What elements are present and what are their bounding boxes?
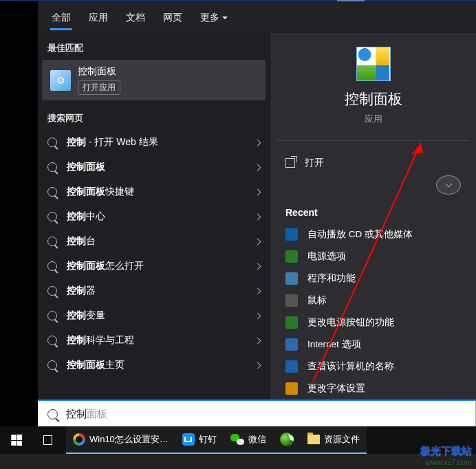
- search-icon: [47, 311, 57, 320]
- web-suggestion-8[interactable]: 控制科学与工程: [38, 328, 270, 353]
- web-suggestions: 控制 - 打开 Web 结果控制面板控制面板快捷键控制中心控制台控制面板怎么打开…: [38, 130, 270, 378]
- task-view-icon: [43, 435, 56, 445]
- recent-item-label: 程序和功能: [307, 272, 356, 285]
- chevron-right-icon: [255, 213, 261, 220]
- search-tabs: 全部 应用 文档 网页 更多: [38, 1, 476, 33]
- recent-item-4[interactable]: 更改电源按钮的功能: [270, 312, 476, 334]
- tab-apps[interactable]: 应用: [80, 5, 116, 30]
- suggestion-text: 控制台: [67, 235, 96, 248]
- open-label: 打开: [305, 157, 324, 169]
- search-icon: [47, 261, 57, 271]
- control-panel-large-icon: [356, 47, 391, 81]
- bottom-filler: [0, 454, 476, 469]
- open-action[interactable]: 打开: [285, 149, 461, 177]
- dingtalk-icon: [182, 433, 195, 446]
- search-icon: [47, 162, 57, 172]
- web-suggestion-3[interactable]: 控制中心: [38, 204, 270, 229]
- chevron-right-icon: [255, 263, 261, 270]
- web-suggestion-6[interactable]: 控制器: [38, 279, 270, 303]
- search-icon: [47, 237, 57, 246]
- suggestion-text: 控制变量: [67, 309, 105, 322]
- recent-item-0[interactable]: 自动播放 CD 或其他媒体: [270, 223, 476, 246]
- chevron-right-icon: [255, 312, 261, 319]
- taskbar-app-wechat[interactable]: 微信: [224, 426, 273, 454]
- search-icon: [47, 187, 57, 197]
- expand-button[interactable]: [436, 175, 461, 195]
- details-pane: 控制面板 应用 打开 Recent 自动播放 CD 或其他媒体电源选项程序和功能…: [270, 33, 476, 400]
- web-suggestion-5[interactable]: 控制面板怎么打开: [38, 254, 270, 279]
- suggestion-text: 控制面板快捷键: [67, 186, 134, 198]
- caret-down-icon: [222, 17, 228, 19]
- taskbar-app-folder[interactable]: 资源文件: [301, 426, 367, 454]
- taskbar-app-dingtalk-label: 钉钉: [199, 433, 217, 446]
- taskbar-app-wechat-label: 微信: [248, 433, 266, 446]
- left-gutter: [0, 1, 38, 426]
- recent-item-7[interactable]: 更改字体设置: [270, 378, 476, 400]
- chevron-down-icon: [445, 181, 452, 188]
- recent-item-label: 自动播放 CD 或其他媒体: [307, 228, 413, 241]
- chevron-right-icon: [255, 287, 261, 294]
- suggestion-text: 控制器: [67, 285, 96, 297]
- taskbar-app-chrome[interactable]: Win10怎么设置安…: [66, 426, 175, 454]
- start-button[interactable]: [0, 426, 33, 454]
- suggestion-text: 控制中心: [67, 210, 105, 223]
- search-icon: [47, 286, 57, 296]
- open-icon: [285, 158, 295, 168]
- taskbar-app-downloader[interactable]: [273, 426, 301, 454]
- recent-list: 自动播放 CD 或其他媒体电源选项程序和功能鼠标更改电源按钮的功能Interne…: [270, 223, 476, 400]
- search-icon: [47, 336, 57, 345]
- search-box[interactable]: 控制面板: [38, 400, 476, 427]
- open-app-pill[interactable]: 打开应用: [78, 80, 120, 95]
- details-preview: 控制面板 应用: [277, 47, 469, 141]
- control-panel-icon: ⚙: [50, 70, 71, 91]
- recent-item-label: Internet 选项: [307, 338, 361, 351]
- recent-heading: Recent: [270, 195, 476, 223]
- search-text: 控制面板: [66, 408, 107, 421]
- recent-item-label: 查看该计算机的名称: [307, 360, 394, 373]
- tab-all[interactable]: 全部: [43, 5, 79, 30]
- recent-item-icon: [285, 316, 298, 329]
- suggestion-text: 控制 - 打开 Web 结果: [67, 136, 158, 149]
- tab-more-label: 更多: [200, 12, 219, 24]
- web-suggestion-9[interactable]: 控制面板主页: [38, 353, 270, 378]
- task-view-button[interactable]: [33, 426, 66, 454]
- web-suggestion-1[interactable]: 控制面板: [38, 155, 270, 179]
- chevron-right-icon: [255, 139, 261, 146]
- search-left-column: 最佳匹配 ⚙ 控制面板 打开应用 搜索网页 控制 - 打开 Web 结果控制面板…: [38, 33, 270, 400]
- tab-more[interactable]: 更多: [192, 5, 236, 30]
- recent-item-6[interactable]: 查看该计算机的名称: [270, 356, 476, 378]
- best-match-item[interactable]: ⚙ 控制面板 打开应用: [42, 60, 266, 100]
- web-suggestion-4[interactable]: 控制台: [38, 229, 270, 254]
- details-actions: 打开: [270, 141, 476, 181]
- window-top-edge: [0, 0, 476, 1]
- chevron-right-icon: [255, 164, 261, 171]
- downloader-icon: [280, 433, 294, 446]
- web-suggestion-7[interactable]: 控制变量: [38, 303, 270, 328]
- details-title: 控制面板: [345, 89, 402, 109]
- suggestion-text: 控制面板怎么打开: [67, 260, 144, 272]
- web-suggestion-2[interactable]: 控制面板快捷键: [38, 179, 270, 204]
- recent-item-label: 鼠标: [307, 294, 327, 307]
- recent-item-2[interactable]: 程序和功能: [270, 268, 476, 290]
- recent-item-icon: [285, 294, 298, 307]
- taskbar: Win10怎么设置安… 钉钉 微信 资源文件: [0, 426, 476, 454]
- search-icon: [47, 212, 57, 221]
- best-match-heading: 最佳匹配: [38, 33, 270, 60]
- recent-item-label: 更改字体设置: [307, 382, 365, 395]
- recent-item-icon: [285, 382, 298, 395]
- web-suggestion-0[interactable]: 控制 - 打开 Web 结果: [38, 130, 270, 155]
- recent-item-3[interactable]: 鼠标: [270, 290, 476, 312]
- taskbar-app-chrome-label: Win10怎么设置安…: [89, 433, 169, 446]
- tab-web[interactable]: 网页: [155, 5, 191, 30]
- recent-item-5[interactable]: Internet 选项: [270, 334, 476, 356]
- recent-item-1[interactable]: 电源选项: [270, 246, 476, 268]
- search-icon: [47, 138, 57, 147]
- tab-docs[interactable]: 文档: [118, 5, 153, 30]
- taskbar-app-dingtalk[interactable]: 钉钉: [175, 426, 224, 454]
- recent-item-icon: [285, 360, 298, 373]
- chevron-right-icon: [255, 188, 261, 195]
- suggestion-text: 控制面板: [67, 161, 105, 173]
- recent-item-icon: [285, 228, 298, 241]
- search-icon: [47, 409, 58, 419]
- search-body: 最佳匹配 ⚙ 控制面板 打开应用 搜索网页 控制 - 打开 Web 结果控制面板…: [38, 33, 476, 400]
